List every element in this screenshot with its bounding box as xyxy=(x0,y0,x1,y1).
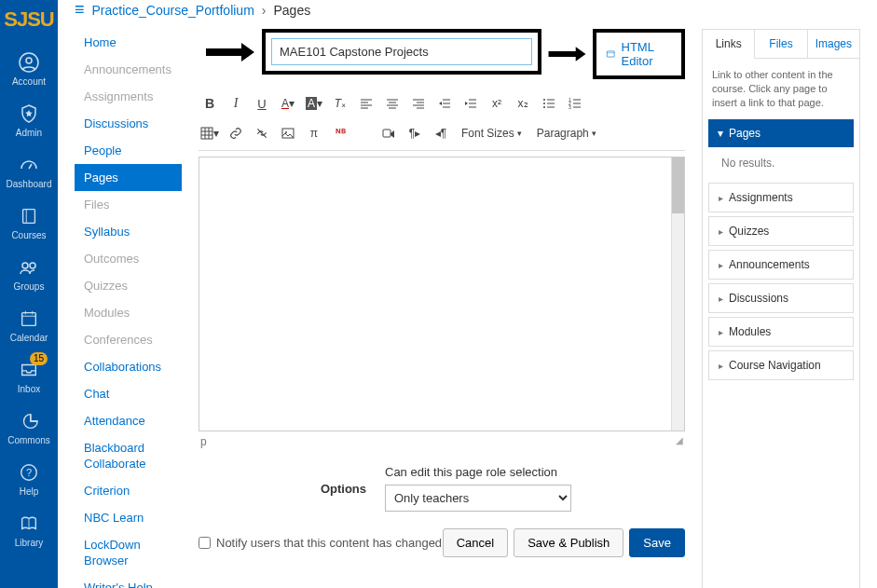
global-nav-admin[interactable]: Admin xyxy=(0,94,58,145)
course-nav-item[interactable]: Modules xyxy=(75,299,182,326)
align-center-button[interactable] xyxy=(381,92,404,115)
save-button[interactable]: Save xyxy=(629,528,685,557)
course-nav-item[interactable]: NBC Learn xyxy=(75,504,182,531)
global-nav-courses[interactable]: Courses xyxy=(0,197,58,248)
course-nav-item[interactable]: Files xyxy=(75,191,182,218)
scrollbar-thumb[interactable] xyxy=(672,157,684,213)
course-nav-item[interactable]: People xyxy=(75,137,182,164)
course-nav-item[interactable]: Syllabus xyxy=(75,218,182,245)
record-button[interactable] xyxy=(377,122,400,144)
ltr-button[interactable]: ¶▸ xyxy=(404,122,426,144)
accordion-quizzes[interactable]: ▸Quizzes xyxy=(708,216,854,246)
align-left-button[interactable] xyxy=(355,92,377,115)
course-nav-item[interactable]: Criterion xyxy=(75,477,182,504)
hamburger-icon[interactable]: ≡ xyxy=(75,0,85,20)
clear-format-button[interactable]: Tₓ xyxy=(329,92,351,115)
align-right-button[interactable] xyxy=(407,92,430,115)
notify-checkbox[interactable] xyxy=(199,537,211,549)
course-nav-item[interactable]: LockDown Browser xyxy=(75,531,182,574)
accordion-pages-header[interactable]: ▾ Pages xyxy=(708,119,854,147)
arrow-annotation xyxy=(204,41,256,63)
course-nav-item[interactable]: Quizzes xyxy=(75,272,182,299)
accordion-title: Pages xyxy=(729,127,761,140)
accordion-course-navigation[interactable]: ▸Course Navigation xyxy=(708,350,854,380)
accordion-modules[interactable]: ▸Modules xyxy=(708,317,854,347)
accordion-label: Announcements xyxy=(729,258,810,271)
text-color-button[interactable]: A ▾ xyxy=(277,92,299,115)
link-button[interactable] xyxy=(225,122,247,144)
image-button[interactable] xyxy=(277,122,299,144)
tab-links[interactable]: Links xyxy=(703,30,755,59)
commons-icon xyxy=(17,409,41,433)
cancel-button[interactable]: Cancel xyxy=(443,528,508,557)
indent-button[interactable] xyxy=(459,92,482,115)
course-nav-item[interactable]: Discussions xyxy=(75,110,182,137)
course-nav-item[interactable]: Blackboard Collaborate xyxy=(75,434,182,477)
global-nav-help[interactable]: ? Help xyxy=(0,453,58,504)
people-icon xyxy=(17,255,41,280)
svg-point-5 xyxy=(22,263,28,268)
course-nav-item[interactable]: Pages xyxy=(75,164,182,191)
global-nav-label: Inbox xyxy=(18,384,40,394)
italic-button[interactable]: I xyxy=(225,92,247,115)
course-nav-item[interactable]: Outcomes xyxy=(75,245,182,272)
svg-point-36 xyxy=(543,106,545,108)
scrollbar[interactable] xyxy=(671,157,684,431)
number-list-button[interactable]: 123 xyxy=(564,92,586,115)
right-panel: Links Files Images Link to other content… xyxy=(702,29,860,588)
outdent-button[interactable] xyxy=(433,92,456,115)
subscript-button[interactable]: x₂ xyxy=(512,92,534,115)
title-input-highlight xyxy=(262,29,541,75)
underline-button[interactable]: U xyxy=(251,92,273,115)
page-title-input[interactable] xyxy=(271,38,532,65)
global-nav-inbox[interactable]: 15 Inbox xyxy=(0,350,58,402)
superscript-button[interactable]: x² xyxy=(486,92,508,115)
breadcrumb-course[interactable]: Practice_Course_Portfolium xyxy=(92,3,254,18)
rtl-button[interactable]: ◂¶ xyxy=(430,122,452,144)
global-nav-library[interactable]: Library xyxy=(0,504,58,555)
svg-rect-14 xyxy=(607,51,614,57)
media-button[interactable]: ᴺᴮ xyxy=(329,122,351,144)
bg-color-button[interactable]: A ▾ xyxy=(303,92,325,115)
course-nav-item[interactable]: Chat xyxy=(75,380,182,407)
html-editor-toggle[interactable]: HTML Editor xyxy=(606,40,672,68)
tab-files[interactable]: Files xyxy=(755,30,807,58)
course-nav-item[interactable]: Collaborations xyxy=(75,353,182,380)
global-nav: SJSU Account Admin Dashboard Courses xyxy=(0,0,58,588)
course-nav-item[interactable]: Assignments xyxy=(75,83,182,110)
accordion-assignments[interactable]: ▸Assignments xyxy=(708,183,854,212)
accordion-label: Course Navigation xyxy=(729,359,821,372)
notify-label: Notify users that this content has chang… xyxy=(216,536,442,550)
global-nav-dashboard[interactable]: Dashboard xyxy=(0,145,58,197)
paragraph-dropdown[interactable]: Paragraph▾ xyxy=(531,122,602,144)
inbox-badge: 15 xyxy=(30,352,48,365)
course-nav-item[interactable]: Announcements xyxy=(75,56,182,83)
global-nav-label: Library xyxy=(15,538,44,548)
equation-button[interactable]: π xyxy=(303,122,325,144)
resize-handle-icon[interactable]: ◢ xyxy=(676,435,683,448)
rte-statusbar: p ◢ xyxy=(199,431,685,458)
course-nav-item[interactable]: Attendance xyxy=(75,407,182,434)
calendar-icon xyxy=(17,307,41,331)
global-nav-account[interactable]: Account xyxy=(0,43,58,94)
bold-button[interactable]: B xyxy=(199,92,221,115)
chevron-right-icon: ▸ xyxy=(719,327,723,337)
global-nav-groups[interactable]: Groups xyxy=(0,248,58,299)
accordion-discussions[interactable]: ▸Discussions xyxy=(708,283,854,313)
font-size-dropdown[interactable]: Font Sizes▾ xyxy=(456,122,528,144)
svg-rect-46 xyxy=(201,128,212,139)
global-nav-calendar[interactable]: Calendar xyxy=(0,299,58,350)
unlink-button[interactable] xyxy=(251,122,273,144)
accordion-announcements[interactable]: ▸Announcements xyxy=(708,250,854,280)
rte-body[interactable] xyxy=(199,157,685,431)
global-nav-commons[interactable]: Commons xyxy=(0,402,58,453)
course-nav-item[interactable]: Home xyxy=(75,29,182,56)
course-nav-item[interactable]: Writer's Help xyxy=(75,574,182,588)
save-publish-button[interactable]: Save & Publish xyxy=(514,528,623,557)
course-nav-item[interactable]: Conferences xyxy=(75,326,182,353)
edit-role-select[interactable]: Only teachers xyxy=(385,485,571,512)
notify-checkbox-row[interactable]: Notify users that this content has chang… xyxy=(199,536,442,550)
table-button[interactable]: ▾ xyxy=(199,122,221,144)
tab-images[interactable]: Images xyxy=(808,30,859,58)
bullet-list-button[interactable] xyxy=(538,92,560,115)
